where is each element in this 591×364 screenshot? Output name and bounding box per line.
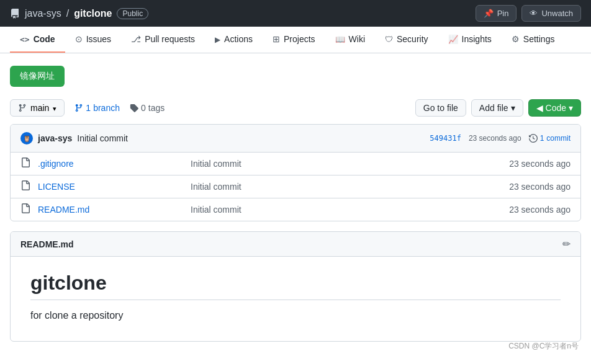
tab-projects[interactable]: Projects — [263, 27, 325, 53]
tab-settings-label: Settings — [523, 34, 555, 44]
commit-history-link[interactable]: 1 commit — [529, 134, 571, 143]
branch-name: main — [30, 103, 49, 113]
file-time: 23 seconds ago — [496, 159, 571, 169]
add-file-chevron: ▾ — [511, 103, 515, 113]
top-actions: 📌 Pin 👁 Unwatch — [476, 5, 581, 22]
commit-count: 1 — [540, 134, 544, 143]
pin-label: Pin — [497, 9, 509, 18]
file-table: 🦉 java-sys Initial commit 549431f 23 sec… — [10, 124, 581, 221]
mirror-button[interactable]: 镜像网址 — [10, 66, 65, 87]
file-time: 23 seconds ago — [496, 205, 571, 215]
file-commit-link[interactable]: Initial commit — [191, 159, 241, 169]
file-time: 23 seconds ago — [496, 182, 571, 192]
avatar-icon: 🦉 — [23, 135, 30, 142]
insights-icon — [448, 34, 458, 44]
file-name[interactable]: README.md — [38, 205, 191, 215]
branch-count-icon — [74, 104, 83, 112]
pr-icon — [131, 34, 141, 44]
repo-link[interactable]: gitclone — [74, 8, 112, 19]
tab-actions-label: Actions — [224, 34, 253, 44]
commit-right: 549431f 23 seconds ago 1 commit — [430, 134, 571, 143]
history-icon — [529, 134, 538, 143]
table-row: .gitignore Initial commit 23 seconds ago — [11, 153, 580, 175]
readme-description: for clone a repository — [30, 310, 561, 321]
tab-wiki-label: Wiki — [349, 34, 365, 44]
file-icon — [20, 158, 30, 170]
issues-icon — [75, 34, 83, 44]
code-btn-label: Code — [546, 103, 566, 113]
tag-count-num: 0 — [141, 103, 146, 113]
edit-icon[interactable]: ✏ — [562, 238, 571, 250]
tab-code[interactable]: Code — [10, 27, 65, 53]
code-button[interactable]: ◀ Code ▾ — [528, 99, 581, 117]
tab-actions[interactable]: Actions — [205, 27, 263, 53]
pin-button[interactable]: 📌 Pin — [476, 5, 517, 22]
code-icon — [20, 34, 30, 44]
commit-info: 🦉 java-sys Initial commit — [20, 132, 128, 144]
file-name[interactable]: LICENSE — [38, 182, 191, 192]
tab-code-label: Code — [34, 34, 55, 44]
tab-security[interactable]: Security — [375, 27, 438, 53]
tag-count-label: tags — [148, 103, 165, 113]
eye-icon: 👁 — [530, 9, 538, 18]
file-commit-msg: Initial commit — [191, 205, 496, 215]
table-row: LICENSE Initial commit 23 seconds ago — [11, 175, 580, 198]
security-icon — [385, 34, 393, 44]
readme-title: README.md — [20, 239, 74, 249]
code-btn-chevron: ▾ — [569, 103, 573, 113]
branch-count-label: branch — [93, 103, 120, 113]
go-to-file-button[interactable]: Go to file — [415, 99, 466, 117]
main-content: 镜像网址 main 1 branch 0 — [0, 53, 591, 354]
unwatch-button[interactable]: 👁 Unwatch — [521, 5, 581, 22]
add-file-button[interactable]: Add file ▾ — [471, 99, 523, 117]
tab-issues-label: Issues — [86, 34, 111, 44]
commit-user[interactable]: java-sys — [38, 133, 72, 143]
public-badge: Public — [117, 8, 148, 19]
tab-issues[interactable]: Issues — [65, 27, 121, 53]
actions-icon — [215, 34, 220, 44]
commit-avatar: 🦉 — [20, 132, 33, 144]
tag-count-link[interactable]: 0 tags — [130, 103, 165, 113]
repo-icon — [10, 9, 20, 19]
readme-body: gitclone for clone a repository — [11, 257, 580, 341]
file-commit-msg: Initial commit — [191, 182, 496, 192]
branch-count-num: 1 — [86, 103, 91, 113]
branch-right: Go to file Add file ▾ ◀ Code ▾ — [415, 99, 581, 117]
tab-insights[interactable]: Insights — [438, 27, 502, 53]
tab-security-label: Security — [397, 34, 428, 44]
settings-icon — [512, 34, 520, 44]
nav-tabs: Code Issues Pull requests Actions Projec… — [0, 27, 591, 53]
file-commit-link[interactable]: Initial commit — [191, 205, 241, 215]
wiki-icon — [335, 34, 345, 44]
file-icon — [20, 203, 30, 216]
org-link[interactable]: java-sys — [25, 8, 61, 19]
tab-pull-requests[interactable]: Pull requests — [121, 27, 205, 53]
branch-bar: main 1 branch 0 tags Go to file Add — [10, 99, 581, 117]
branch-selector[interactable]: main — [10, 99, 65, 117]
commit-header: 🦉 java-sys Initial commit 549431f 23 sec… — [11, 125, 580, 153]
top-bar: java-sys / gitclone Public 📌 Pin 👁 Unwat… — [0, 0, 591, 27]
file-name[interactable]: .gitignore — [38, 159, 191, 169]
unwatch-label: Unwatch — [541, 9, 573, 18]
branch-icon — [18, 104, 27, 112]
pin-icon: 📌 — [484, 9, 494, 18]
tab-projects-label: Projects — [284, 34, 315, 44]
readme-section: README.md ✏ gitclone for clone a reposit… — [10, 231, 581, 342]
tab-settings[interactable]: Settings — [502, 27, 565, 53]
branch-count-link[interactable]: 1 branch — [74, 103, 120, 113]
file-commit-link[interactable]: Initial commit — [191, 182, 241, 192]
branch-left: main 1 branch 0 tags — [10, 99, 165, 117]
tab-wiki[interactable]: Wiki — [325, 27, 375, 53]
commit-time: 23 seconds ago — [469, 134, 521, 143]
repo-title: java-sys / gitclone Public — [10, 8, 148, 19]
readme-h1: gitclone — [30, 272, 561, 300]
commit-hash[interactable]: 549431f — [430, 134, 461, 143]
projects-icon — [273, 34, 280, 44]
file-commit-msg: Initial commit — [191, 159, 496, 169]
table-row: README.md Initial commit 23 seconds ago — [11, 198, 580, 221]
commit-count-label: commit — [546, 134, 571, 143]
file-rows-container: .gitignore Initial commit 23 seconds ago… — [11, 153, 580, 221]
branch-chevron — [53, 103, 56, 113]
tab-pr-label: Pull requests — [145, 34, 195, 44]
commit-message: Initial commit — [77, 133, 128, 143]
